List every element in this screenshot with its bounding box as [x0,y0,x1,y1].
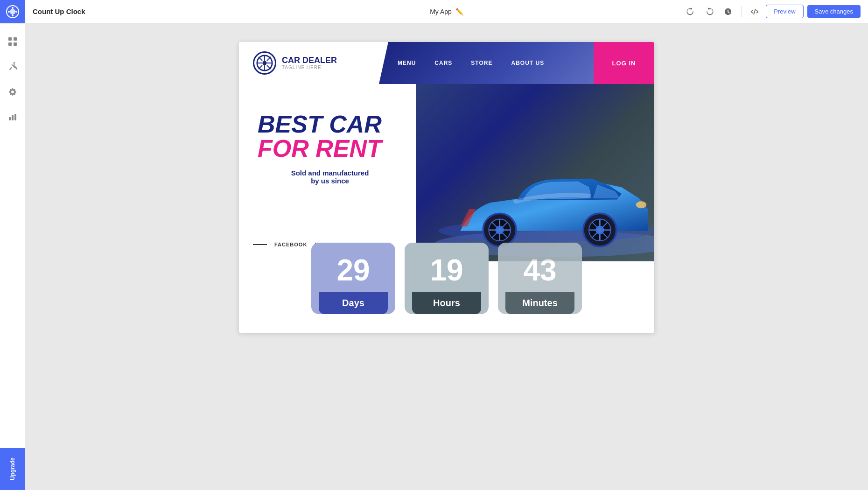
dealer-nav: MENU CARS STORE ABOUT US [379,42,594,84]
svg-point-3 [12,14,14,16]
svg-rect-6 [8,37,12,41]
grid-icon [8,37,17,46]
count-minutes-value: 43 [523,254,556,287]
count-card-minutes: 43 Minutes [498,243,582,314]
hero-subtitle-line2: by us since [258,177,402,185]
undo-icon [686,7,695,16]
history-button[interactable] [721,4,735,19]
hero-heading-line1: BEST CAR [258,112,402,136]
hero-heading-block: BEST CAR FOR RENT Sold and manufactured … [258,112,402,185]
count-card-days: 29 Days [311,243,395,314]
dealer-brand-info: CAR DEALER TAGLINE HERE [282,56,337,70]
undo-button[interactable] [683,4,698,19]
app-name-label: My App [430,8,452,15]
main-content: Count Up Clock My App ✏️ [25,0,868,490]
svg-rect-7 [14,37,17,41]
sidebar-item-tools[interactable] [0,54,25,79]
code-icon [750,7,759,16]
hero-subtitle-line1: Sold and manufactured [258,169,402,177]
code-button[interactable] [747,4,762,19]
wrench-icon [8,62,17,71]
topbar-left: Count Up Clock [33,7,85,15]
nav-cars[interactable]: CARS [425,42,462,84]
svg-rect-8 [8,42,12,46]
nav-login-button[interactable]: LOG IN [594,42,654,84]
hero-left: BEST CAR FOR RENT Sold and manufactured … [239,84,416,261]
nav-menu[interactable]: MENU [388,42,425,84]
nav-about[interactable]: ABOUT US [502,42,553,84]
sidebar-logo [0,0,25,23]
redo-button[interactable] [702,4,717,19]
save-changes-button[interactable]: Save changes [807,5,861,18]
car-image [416,131,654,261]
count-card-hours: 19 Hours [405,243,489,314]
hero-right [416,84,654,261]
svg-point-5 [15,11,17,13]
topbar-right: Preview Save changes [683,4,861,19]
count-days-label: Days [319,292,388,314]
redo-icon [705,7,714,16]
svg-point-4 [8,11,10,13]
dealer-name-label: CAR DEALER [282,56,337,65]
hero: BEST CAR FOR RENT Sold and manufactured … [239,84,654,261]
history-icon [724,7,732,16]
hero-heading-line2: FOR RENT [258,136,402,161]
dealer-header: CAR DEALER TAGLINE HERE MENU CARS STORE … [239,42,654,84]
svg-point-11 [263,61,267,65]
page-title: Count Up Clock [33,7,85,15]
wheel-icon [256,55,273,71]
topbar: Count Up Clock My App ✏️ [25,0,868,23]
settings-icon [8,87,17,97]
svg-point-22 [636,201,646,208]
topbar-center: My App ✏️ [430,8,463,15]
dealer-tagline-label: TAGLINE HERE [282,65,337,70]
hero-section: BEST CAR FOR RENT Sold and manufactured … [239,84,654,333]
dealer-logo [253,51,276,75]
preview-button[interactable]: Preview [766,5,803,18]
svg-rect-9 [14,42,17,46]
sidebar-item-analytics[interactable] [0,105,25,130]
app-logo-icon [6,5,19,18]
topbar-divider [741,6,742,17]
count-days-value: 29 [336,254,370,287]
svg-point-1 [10,9,15,14]
sidebar-item-settings[interactable] [0,79,25,105]
count-hours-value: 19 [430,254,463,287]
count-hours-label: Hours [412,292,481,314]
upgrade-button[interactable]: Upgrade [0,448,25,490]
counter-section: 29 Days 19 Hours 43 Minutes [239,243,654,333]
nav-store[interactable]: STORE [462,42,502,84]
sidebar-item-dashboard[interactable] [0,29,25,54]
svg-point-2 [12,7,14,9]
chart-icon [8,112,17,122]
hero-subtitle: Sold and manufactured by us since [258,169,402,185]
canvas-area: CAR DEALER TAGLINE HERE MENU CARS STORE … [25,23,868,490]
preview-card: CAR DEALER TAGLINE HERE MENU CARS STORE … [239,42,654,333]
edit-app-name-icon[interactable]: ✏️ [455,8,463,15]
count-minutes-label: Minutes [505,292,574,314]
sidebar: Upgrade [0,0,25,490]
dealer-brand: CAR DEALER TAGLINE HERE [239,42,379,84]
